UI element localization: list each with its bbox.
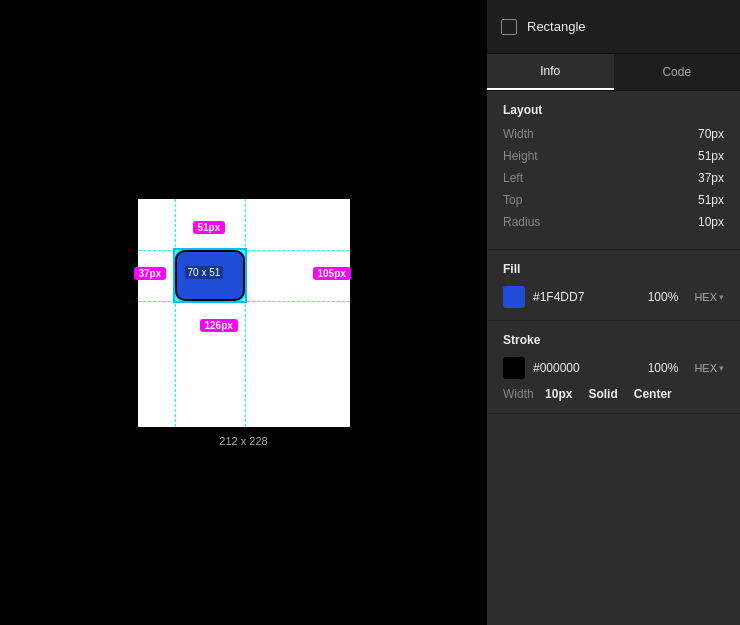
stroke-hex-value: #000000: [533, 361, 640, 375]
tab-info[interactable]: Info: [487, 54, 614, 90]
prop-width-label: Width: [503, 127, 534, 141]
tab-code[interactable]: Code: [614, 54, 741, 90]
badge-right: 105px: [313, 267, 351, 280]
prop-top: Top 51px: [503, 193, 724, 207]
fill-section-title: Fill: [503, 262, 724, 276]
prop-radius-value: 10px: [698, 215, 724, 229]
chevron-down-icon: ▾: [719, 292, 724, 302]
fill-hex-value: #1F4DD7: [533, 290, 640, 304]
prop-height-value: 51px: [698, 149, 724, 163]
panel-body: Layout Width 70px Height 51px Left 37px …: [487, 91, 740, 625]
stroke-format-selector[interactable]: HEX ▾: [694, 362, 724, 374]
prop-top-label: Top: [503, 193, 522, 207]
stroke-width-value: 10px: [545, 387, 572, 401]
stroke-style-value: Solid: [588, 387, 617, 401]
stroke-style-item: Solid: [588, 387, 617, 401]
prop-top-value: 51px: [698, 193, 724, 207]
stroke-opacity: 100%: [648, 361, 679, 375]
panel-header: Rectangle: [487, 0, 740, 54]
stroke-align-item: Center: [634, 387, 672, 401]
stroke-width-item: Width 10px: [503, 387, 572, 401]
prop-radius-label: Radius: [503, 215, 540, 229]
badge-left: 37px: [134, 267, 167, 280]
prop-left-value: 37px: [698, 171, 724, 185]
badge-top: 51px: [193, 221, 226, 234]
fill-opacity: 100%: [648, 290, 679, 304]
fill-format-selector[interactable]: HEX ▾: [694, 291, 724, 303]
chevron-down-icon-stroke: ▾: [719, 363, 724, 373]
fill-color-swatch[interactable]: [503, 286, 525, 308]
frame-container: 70 x 51 51px 37px 105px 126px 212 x 228: [138, 199, 350, 427]
stroke-extra-row: Width 10px Solid Center: [503, 387, 724, 401]
rectangle-icon: [501, 19, 517, 35]
rect-size-label: 70 x 51: [185, 266, 224, 279]
guide-vertical-right: [245, 199, 246, 427]
prop-width-value: 70px: [698, 127, 724, 141]
layout-section-title: Layout: [503, 103, 724, 117]
frame-label: 212 x 228: [219, 435, 267, 447]
guide-vertical-left: [175, 199, 176, 427]
panel-title: Rectangle: [527, 19, 586, 34]
stroke-align-value: Center: [634, 387, 672, 401]
fill-section: Fill #1F4DD7 100% HEX ▾: [487, 250, 740, 321]
prop-left: Left 37px: [503, 171, 724, 185]
badge-bottom: 126px: [200, 319, 238, 332]
prop-left-label: Left: [503, 171, 523, 185]
prop-height-label: Height: [503, 149, 538, 163]
prop-radius: Radius 10px: [503, 215, 724, 229]
tab-bar: Info Code: [487, 54, 740, 91]
properties-panel: Rectangle Info Code Layout Width 70px He…: [487, 0, 740, 625]
layout-section: Layout Width 70px Height 51px Left 37px …: [487, 91, 740, 250]
canvas: 70 x 51 51px 37px 105px 126px 212 x 228: [0, 0, 487, 625]
fill-row: #1F4DD7 100% HEX ▾: [503, 286, 724, 308]
prop-width: Width 70px: [503, 127, 724, 141]
stroke-section: Stroke #000000 100% HEX ▾ Width 10px Sol…: [487, 321, 740, 414]
prop-height: Height 51px: [503, 149, 724, 163]
stroke-section-title: Stroke: [503, 333, 724, 347]
stroke-color-swatch[interactable]: [503, 357, 525, 379]
frame-background: [138, 199, 350, 427]
stroke-width-label: Width: [503, 387, 534, 401]
stroke-color-row: #000000 100% HEX ▾: [503, 357, 724, 379]
